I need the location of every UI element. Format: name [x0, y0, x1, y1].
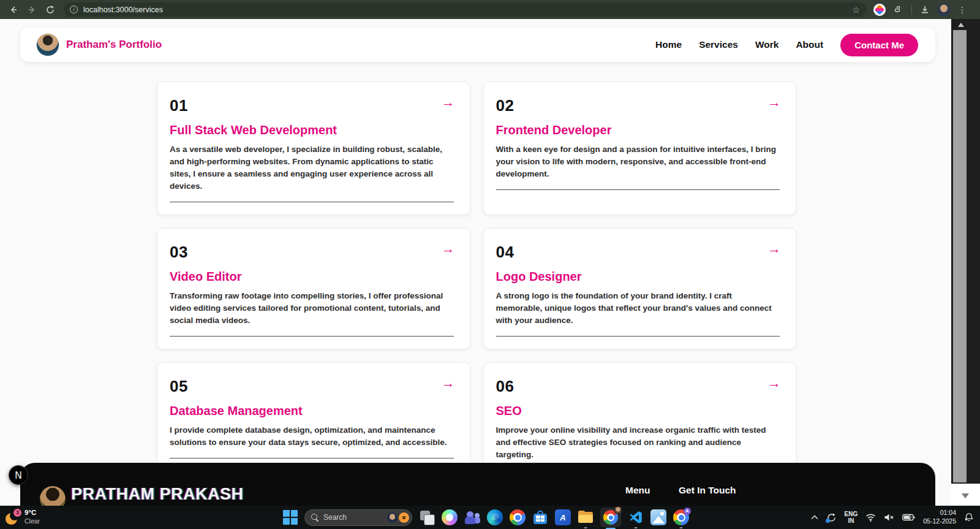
- nav-link-home[interactable]: Home: [655, 39, 682, 50]
- nav-link-about[interactable]: About: [796, 39, 823, 50]
- weather-widget[interactable]: 3 9°C Clear: [5, 508, 40, 526]
- arrow-right-icon[interactable]: →: [767, 376, 781, 390]
- color-picker-extension-icon[interactable]: [873, 4, 886, 16]
- service-title: Logo Designer: [496, 270, 780, 284]
- url-text: localhost:3000/services: [83, 6, 163, 14]
- card-divider: [496, 336, 780, 337]
- card-divider: [170, 202, 454, 202]
- date: 05-12-2025: [923, 517, 956, 526]
- brand-name[interactable]: Pratham's Portfolio: [66, 39, 162, 51]
- battery-icon[interactable]: [902, 514, 915, 521]
- service-description: Improve your online visibility and incre…: [496, 424, 780, 461]
- service-title: Video Editor: [170, 270, 454, 284]
- bookmark-star-icon[interactable]: ☆: [852, 5, 860, 15]
- weather-moon-icon: 3: [5, 510, 21, 526]
- volume-muted-icon[interactable]: [884, 513, 894, 522]
- footer-name: PRATHAM PRAKASH: [71, 485, 244, 504]
- address-bar[interactable]: i localhost:3000/services ☆: [64, 2, 866, 17]
- browser-menu-icon[interactable]: ⋮: [958, 5, 967, 15]
- service-number: 01: [170, 96, 454, 115]
- task-view-icon[interactable]: [419, 509, 435, 525]
- start-button-icon[interactable]: [283, 510, 298, 525]
- scrollbar-thumb[interactable]: [953, 30, 967, 482]
- card-divider: [170, 336, 454, 337]
- main-nav: Home Services Work About Contact Me: [655, 34, 918, 56]
- back-icon[interactable]: [9, 5, 18, 15]
- vscode-icon[interactable]: [628, 509, 644, 525]
- nav-link-work[interactable]: Work: [755, 39, 778, 50]
- brand-avatar: [36, 33, 59, 56]
- windows-taskbar: 3 9°C Clear Search: [0, 506, 980, 529]
- service-number: 05: [170, 377, 454, 396]
- arrow-right-icon[interactable]: →: [442, 96, 455, 109]
- extensions-icon[interactable]: [894, 5, 903, 15]
- service-description: With a keen eye for design and a passion…: [496, 143, 780, 180]
- site-info-icon[interactable]: i: [70, 6, 78, 13]
- chrome-active-slot[interactable]: [600, 508, 621, 527]
- toolbar-separator: [911, 5, 912, 15]
- service-number: 04: [496, 243, 780, 262]
- service-description: Transforming raw footage into compelling…: [170, 290, 454, 327]
- a-app-icon[interactable]: A: [555, 509, 571, 525]
- footer-menu-heading: Menu: [625, 485, 650, 496]
- reload-icon[interactable]: [45, 5, 55, 15]
- taskbar-center: Search A: [283, 506, 689, 529]
- edge-icon[interactable]: [487, 509, 503, 525]
- arrow-right-icon[interactable]: →: [767, 242, 781, 256]
- browser-toolbar: i localhost:3000/services ☆ ⋮: [0, 0, 980, 19]
- search-highlight-wheel-icon: [399, 512, 409, 523]
- chrome-icon[interactable]: [510, 509, 526, 525]
- teams-icon[interactable]: [464, 509, 480, 525]
- service-card-4: 04 → Logo Designer A strong logo is the …: [483, 228, 797, 349]
- search-highlight-face-icon: [387, 512, 398, 523]
- service-description: I provide complete database design, opti…: [170, 424, 454, 449]
- scrollbar-bottom: [951, 484, 980, 506]
- contact-me-button[interactable]: Contact Me: [840, 34, 918, 56]
- weather-badge: 3: [13, 509, 21, 517]
- browser-profile-avatar[interactable]: [938, 4, 950, 16]
- service-title: Database Management: [170, 404, 454, 418]
- taskbar-clock[interactable]: 01:04 05-12-2025: [923, 509, 956, 525]
- site-header: Pratham's Portfolio Home Services Work A…: [20, 28, 935, 62]
- arrow-right-icon[interactable]: →: [767, 96, 781, 109]
- service-card-2: 02 → Frontend Developer With a keen eye …: [483, 82, 797, 215]
- copilot-icon[interactable]: [442, 509, 458, 525]
- downloads-icon[interactable]: [920, 5, 930, 15]
- nextjs-dev-badge[interactable]: N: [9, 465, 28, 485]
- browser-actions: ⋮: [873, 4, 967, 16]
- service-number: 03: [170, 243, 454, 262]
- sync-update-icon[interactable]: [826, 512, 837, 523]
- notifications-bell-icon[interactable]: [964, 512, 974, 522]
- screen: i localhost:3000/services ☆ ⋮ Pratham's …: [0, 0, 980, 529]
- service-card-3: 03 → Video Editor Transforming raw foota…: [157, 228, 470, 349]
- scroll-up-arrow-icon[interactable]: [958, 23, 964, 27]
- arrow-right-icon[interactable]: →: [442, 242, 455, 256]
- microsoft-store-icon[interactable]: [532, 509, 548, 525]
- weather-desc: Clear: [24, 517, 40, 525]
- arrow-right-icon[interactable]: →: [442, 376, 455, 390]
- system-tray: ENG IN 01:04 05-12-2025: [811, 506, 974, 529]
- search-placeholder: Search: [323, 513, 347, 522]
- language-indicator[interactable]: ENG IN: [845, 511, 858, 525]
- wifi-icon[interactable]: [865, 513, 876, 522]
- tray-chevron-up-icon[interactable]: [811, 515, 818, 520]
- service-title: Full Stack Web Development: [170, 123, 454, 137]
- service-description: A strong logo is the foundation of your …: [496, 290, 780, 327]
- nav-link-services[interactable]: Services: [699, 39, 738, 50]
- scroll-down-arrow-icon[interactable]: [962, 493, 969, 498]
- time: 01:04: [923, 509, 956, 517]
- chrome-profile-icon[interactable]: A: [673, 509, 689, 525]
- search-icon: [311, 514, 318, 521]
- service-description: As a versatile web developer, I speciali…: [170, 143, 454, 192]
- service-number: 02: [496, 96, 780, 115]
- chrome-profile-photo-badge: [614, 506, 622, 514]
- service-title: Frontend Developer: [496, 123, 780, 137]
- photos-app-icon[interactable]: [650, 509, 666, 525]
- taskbar-search-box[interactable]: Search: [304, 509, 412, 526]
- file-explorer-icon[interactable]: [578, 509, 594, 525]
- page-scrollbar[interactable]: [951, 19, 980, 506]
- card-divider: [170, 458, 454, 459]
- service-card-1: 01 → Full Stack Web Development As a ver…: [157, 82, 470, 215]
- footer-get-in-touch-heading: Get In Touch: [679, 485, 736, 496]
- forward-icon[interactable]: [27, 5, 37, 15]
